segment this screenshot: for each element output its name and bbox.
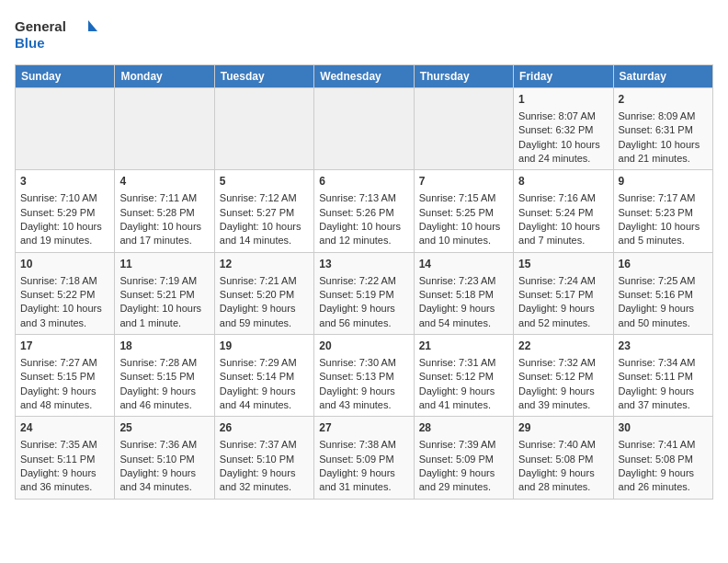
sunrise: Sunrise: 7:39 AM: [419, 439, 496, 450]
calendar-cell: [115, 88, 214, 170]
calendar-cell: 27Sunrise: 7:38 AMSunset: 5:09 PMDayligh…: [314, 417, 414, 499]
calendar-cell: 22Sunrise: 7:32 AMSunset: 5:12 PMDayligh…: [514, 335, 613, 417]
calendar-week: 24Sunrise: 7:35 AMSunset: 5:11 PMDayligh…: [16, 417, 713, 499]
daylight: Daylight: 9 hours and 34 minutes.: [119, 467, 196, 492]
sunset: Sunset: 5:13 PM: [319, 371, 393, 382]
calendar-cell: 14Sunrise: 7:23 AMSunset: 5:18 PMDayligh…: [414, 252, 513, 334]
daylight: Daylight: 10 hours and 14 minutes.: [220, 221, 301, 246]
calendar-cell: 15Sunrise: 7:24 AMSunset: 5:17 PMDayligh…: [514, 252, 613, 334]
day-number: 3: [20, 174, 109, 190]
calendar-cell: 2Sunrise: 8:09 AMSunset: 6:31 PMDaylight…: [613, 88, 712, 170]
sunrise: Sunrise: 7:41 AM: [619, 439, 696, 450]
sunrise: Sunrise: 7:18 AM: [20, 275, 97, 286]
svg-text:General: General: [15, 18, 66, 34]
calendar-cell: 13Sunrise: 7:22 AMSunset: 5:19 PMDayligh…: [314, 252, 414, 334]
calendar-cell: 7Sunrise: 7:15 AMSunset: 5:25 PMDaylight…: [414, 170, 513, 252]
daylight: Daylight: 9 hours and 46 minutes.: [119, 385, 196, 410]
sunrise: Sunrise: 7:15 AM: [419, 192, 496, 203]
calendar-cell: 18Sunrise: 7:28 AMSunset: 5:15 PMDayligh…: [115, 335, 214, 417]
daylight: Daylight: 10 hours and 5 minutes.: [619, 221, 700, 246]
sunset: Sunset: 5:10 PM: [119, 454, 194, 465]
sunset: Sunset: 5:15 PM: [119, 371, 194, 382]
svg-text:Blue: Blue: [15, 35, 45, 51]
calendar-cell: 6Sunrise: 7:13 AMSunset: 5:26 PMDaylight…: [314, 170, 414, 252]
day-number: 20: [319, 339, 408, 354]
sunset: Sunset: 5:24 PM: [518, 207, 593, 218]
sunrise: Sunrise: 7:11 AM: [119, 192, 197, 203]
header-row: SundayMondayTuesdayWednesdayThursdayFrid…: [16, 65, 713, 88]
daylight: Daylight: 10 hours and 10 minutes.: [419, 221, 501, 246]
daylight: Daylight: 9 hours and 54 minutes.: [419, 303, 495, 327]
calendar-cell: 3Sunrise: 7:10 AMSunset: 5:29 PMDaylight…: [16, 170, 115, 252]
calendar-week: 10Sunrise: 7:18 AMSunset: 5:22 PMDayligh…: [16, 252, 713, 334]
day-header: Saturday: [613, 65, 712, 88]
sunrise: Sunrise: 7:27 AM: [20, 357, 97, 368]
day-number: 9: [619, 174, 708, 190]
svg-marker-2: [88, 20, 97, 31]
header: General Blue: [15, 15, 713, 55]
sunrise: Sunrise: 7:40 AM: [518, 439, 596, 450]
sunset: Sunset: 5:11 PM: [619, 371, 693, 382]
day-header: Friday: [514, 65, 613, 88]
sunrise: Sunrise: 7:28 AM: [119, 357, 197, 368]
sunrise: Sunrise: 8:09 AM: [619, 110, 696, 121]
daylight: Daylight: 9 hours and 48 minutes.: [20, 385, 97, 410]
sunrise: Sunrise: 7:10 AM: [20, 192, 97, 203]
calendar-cell: 20Sunrise: 7:30 AMSunset: 5:13 PMDayligh…: [314, 335, 414, 417]
daylight: Daylight: 10 hours and 21 minutes.: [619, 139, 700, 164]
sunset: Sunset: 5:25 PM: [419, 207, 494, 218]
calendar-cell: 11Sunrise: 7:19 AMSunset: 5:21 PMDayligh…: [115, 252, 214, 334]
day-number: 17: [20, 339, 109, 354]
sunset: Sunset: 5:09 PM: [419, 454, 494, 465]
calendar-cell: 1Sunrise: 8:07 AMSunset: 6:32 PMDaylight…: [514, 88, 613, 170]
calendar-cell: 10Sunrise: 7:18 AMSunset: 5:22 PMDayligh…: [16, 252, 115, 334]
daylight: Daylight: 10 hours and 1 minute.: [119, 303, 201, 327]
calendar-cell: 30Sunrise: 7:41 AMSunset: 5:08 PMDayligh…: [613, 417, 712, 499]
calendar-cell: [16, 88, 115, 170]
day-number: 28: [419, 420, 508, 436]
calendar-cell: 5Sunrise: 7:12 AMSunset: 5:27 PMDaylight…: [214, 170, 313, 252]
day-number: 2: [619, 92, 708, 108]
daylight: Daylight: 9 hours and 36 minutes.: [20, 467, 97, 492]
day-number: 8: [518, 174, 608, 190]
day-number: 6: [319, 174, 408, 190]
day-number: 23: [619, 339, 708, 354]
calendar-week: 3Sunrise: 7:10 AMSunset: 5:29 PMDaylight…: [16, 170, 713, 252]
daylight: Daylight: 9 hours and 32 minutes.: [220, 467, 296, 492]
sunset: Sunset: 5:28 PM: [119, 207, 194, 218]
calendar-cell: 8Sunrise: 7:16 AMSunset: 5:24 PMDaylight…: [514, 170, 613, 252]
sunrise: Sunrise: 7:30 AM: [319, 357, 396, 368]
sunset: Sunset: 5:12 PM: [518, 371, 593, 382]
sunset: Sunset: 5:18 PM: [419, 289, 494, 300]
day-number: 22: [518, 339, 608, 354]
day-header: Monday: [115, 65, 214, 88]
daylight: Daylight: 10 hours and 12 minutes.: [319, 221, 401, 246]
daylight: Daylight: 10 hours and 7 minutes.: [518, 221, 600, 246]
daylight: Daylight: 10 hours and 3 minutes.: [20, 303, 102, 327]
calendar-cell: 12Sunrise: 7:21 AMSunset: 5:20 PMDayligh…: [214, 252, 313, 334]
day-number: 25: [119, 420, 209, 436]
calendar-cell: 17Sunrise: 7:27 AMSunset: 5:15 PMDayligh…: [16, 335, 115, 417]
day-number: 7: [419, 174, 508, 190]
calendar-cell: 26Sunrise: 7:37 AMSunset: 5:10 PMDayligh…: [214, 417, 313, 499]
day-number: 27: [319, 420, 408, 436]
sunset: Sunset: 6:31 PM: [619, 124, 693, 135]
day-number: 4: [119, 174, 209, 190]
daylight: Daylight: 9 hours and 52 minutes.: [518, 303, 595, 327]
day-number: 19: [220, 339, 309, 354]
day-number: 13: [319, 257, 408, 272]
day-header: Sunday: [16, 65, 115, 88]
daylight: Daylight: 9 hours and 41 minutes.: [419, 385, 495, 410]
sunrise: Sunrise: 7:13 AM: [319, 192, 396, 203]
day-number: 12: [220, 257, 309, 272]
day-number: 24: [20, 420, 109, 436]
day-number: 14: [419, 257, 508, 272]
sunset: Sunset: 5:15 PM: [20, 371, 95, 382]
day-number: 26: [220, 420, 309, 436]
daylight: Daylight: 9 hours and 59 minutes.: [220, 303, 296, 327]
sunset: Sunset: 5:12 PM: [419, 371, 494, 382]
day-number: 16: [619, 257, 708, 272]
sunrise: Sunrise: 8:07 AM: [518, 110, 596, 121]
sunset: Sunset: 5:11 PM: [20, 454, 95, 465]
logo-svg: General Blue: [15, 15, 97, 55]
